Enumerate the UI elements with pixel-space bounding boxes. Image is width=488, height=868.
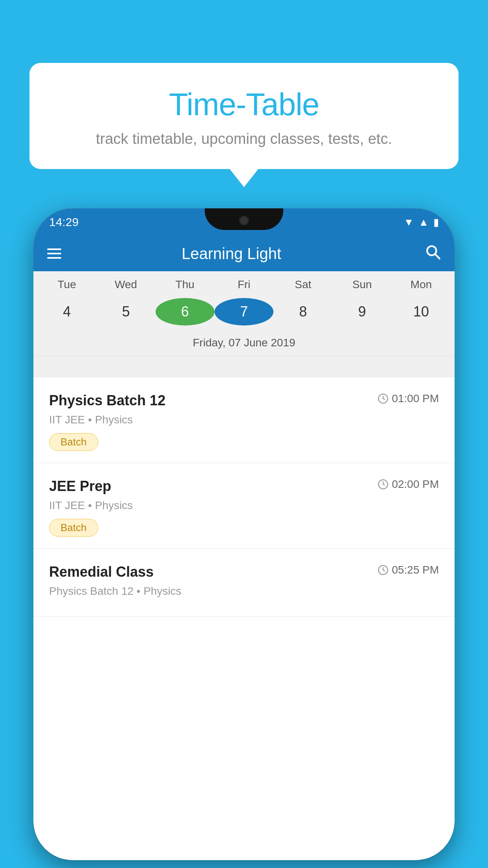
- wifi-icon: ▼: [404, 216, 414, 228]
- schedule-item-3-header: Remedial Class 05:25 PM: [49, 564, 439, 580]
- schedule-item-2-subtitle: IIT JEE • Physics: [49, 499, 439, 512]
- tooltip-card: Time-Table track timetable, upcoming cla…: [29, 63, 459, 169]
- calendar-section: Tue Wed Thu Fri Sat Sun Mon 4 5 6 7 8 9 …: [33, 271, 455, 357]
- app-title: Learning Light: [73, 245, 413, 263]
- hamburger-menu-button[interactable]: [47, 248, 61, 259]
- selected-date-label: Friday, 07 June 2019: [33, 333, 455, 357]
- day-header-thu: Thu: [156, 278, 215, 291]
- day-7-selected[interactable]: 7: [215, 298, 273, 326]
- phone-frame: 14:29 ▼ ▲ ▮ Learning Light Tue: [33, 208, 455, 860]
- day-6-today[interactable]: 6: [156, 298, 215, 326]
- schedule-item-3-title: Remedial Class: [49, 564, 154, 580]
- schedule-item-2-badge: Batch: [49, 519, 98, 537]
- day-header-fri: Fri: [215, 278, 273, 291]
- schedule-item-1-badge: Batch: [49, 433, 98, 451]
- day-10[interactable]: 10: [392, 298, 451, 326]
- day-header-wed: Wed: [96, 278, 155, 291]
- schedule-item-1-title: Physics Batch 12: [49, 392, 165, 409]
- tooltip-subtitle: track timetable, upcoming classes, tests…: [49, 131, 439, 147]
- day-8[interactable]: 8: [273, 298, 332, 326]
- day-header-tue: Tue: [37, 278, 96, 291]
- day-numbers: 4 5 6 7 8 9 10: [33, 295, 455, 333]
- day-header-sat: Sat: [273, 278, 332, 291]
- schedule-item-3-subtitle: Physics Batch 12 • Physics: [49, 585, 439, 598]
- signal-icon: ▲: [418, 216, 429, 228]
- search-button[interactable]: [425, 244, 441, 263]
- schedule-item-2-time: 02:00 PM: [378, 478, 439, 491]
- schedule-list: Physics Batch 12 01:00 PM IIT JEE • Phys…: [33, 377, 455, 860]
- phone-notch: [205, 208, 283, 230]
- schedule-item-1-subtitle: IIT JEE • Physics: [49, 414, 439, 426]
- schedule-item-2[interactable]: JEE Prep 02:00 PM IIT JEE • Physics Batc…: [33, 463, 455, 549]
- schedule-item-2-title: JEE Prep: [49, 478, 111, 495]
- schedule-item-1[interactable]: Physics Batch 12 01:00 PM IIT JEE • Phys…: [33, 377, 455, 463]
- tooltip-title: Time-Table: [49, 86, 439, 123]
- battery-icon: ▮: [433, 216, 439, 228]
- schedule-item-1-time: 01:00 PM: [378, 392, 439, 405]
- day-9[interactable]: 9: [332, 298, 391, 326]
- day-4[interactable]: 4: [37, 298, 96, 326]
- day-headers: Tue Wed Thu Fri Sat Sun Mon: [33, 271, 455, 295]
- app-bar: Learning Light: [33, 236, 455, 271]
- schedule-item-3-time: 05:25 PM: [378, 564, 439, 576]
- schedule-item-3[interactable]: Remedial Class 05:25 PM Physics Batch 12…: [33, 549, 455, 617]
- status-time: 14:29: [49, 215, 79, 229]
- status-icons: ▼ ▲ ▮: [404, 216, 439, 228]
- schedule-item-1-header: Physics Batch 12 01:00 PM: [49, 392, 439, 409]
- phone-screen: 14:29 ▼ ▲ ▮ Learning Light Tue: [33, 208, 455, 860]
- phone-camera: [239, 215, 249, 226]
- day-header-sun: Sun: [332, 278, 391, 291]
- svg-line-1: [435, 254, 440, 259]
- schedule-item-2-header: JEE Prep 02:00 PM: [49, 478, 439, 495]
- day-header-mon: Mon: [392, 278, 451, 291]
- day-5[interactable]: 5: [96, 298, 155, 326]
